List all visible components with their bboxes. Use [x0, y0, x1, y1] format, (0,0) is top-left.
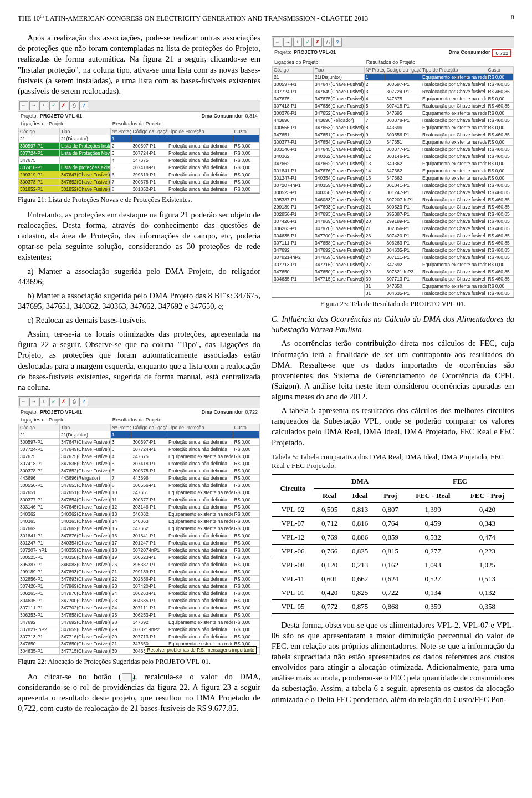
toolbar-btn-0[interactable]: ← [273, 38, 282, 47]
right-cell[interactable] [233, 135, 260, 143]
right-cell[interactable]: 1 [111, 431, 132, 439]
right-cell[interactable]: 347662 [385, 167, 421, 175]
right-cell[interactable]: 300377-P1 [131, 496, 167, 504]
right-cell[interactable]: 300378-P1 [131, 179, 167, 186]
left-cell[interactable]: 21(Disjuntor) [60, 431, 110, 439]
right-cell[interactable]: 22 [111, 576, 132, 583]
toolbar-btn-5[interactable]: ⎙ [323, 38, 332, 47]
left-cell[interactable]: 443696 [19, 475, 60, 482]
right-cell[interactable]: 19 [365, 211, 386, 218]
left-cell[interactable]: 21 [19, 135, 60, 143]
right-cell[interactable]: R$ 460,85 [487, 131, 514, 139]
left-cell[interactable]: 347675 [19, 157, 60, 164]
right-cell[interactable]: Equipamento existente na rede [421, 160, 487, 167]
right-cell[interactable]: R$ 0,00 [233, 590, 260, 597]
right-cell[interactable]: 300597-P1 [385, 81, 421, 88]
right-cell[interactable]: Equipamento existente na rede [421, 139, 487, 146]
left-cell[interactable]: 347659(Chave Fusível) [314, 254, 364, 261]
right-cell[interactable]: 14 [111, 518, 132, 525]
right-cell[interactable]: R$ 0,00 [233, 626, 260, 633]
left-cell[interactable]: 347692 [273, 247, 314, 254]
right-cell[interactable]: R$ 0,00 [233, 525, 260, 532]
left-cell[interactable]: 347647(Chave Fusível) [60, 171, 110, 179]
right-cell[interactable]: R$ 0,00 [233, 561, 260, 568]
left-cell[interactable]: Lista de Proteções Instaladas [60, 143, 110, 150]
toolbar-btn-1[interactable]: → [29, 398, 38, 406]
right-cell[interactable]: 302856-P1 [385, 225, 421, 232]
right-cell[interactable]: R$ 0,00 [233, 157, 260, 164]
right-cell[interactable]: R$ 0,00 [233, 597, 260, 604]
left-cell[interactable]: 299189-P1 [19, 568, 60, 576]
right-cell[interactable]: 31 [365, 283, 386, 290]
left-cell[interactable]: 347676(Chave Fusível) [60, 532, 110, 540]
left-cell[interactable]: 347702(Chave Fusível) [60, 604, 110, 612]
right-cell[interactable]: 15 [111, 525, 132, 532]
right-cell[interactable]: 23 [111, 597, 132, 604]
left-cell[interactable]: 304635-P1 [273, 232, 314, 240]
right-cell[interactable]: Proteção ainda não definida [167, 561, 233, 568]
right-cell[interactable]: 443696 [385, 124, 421, 131]
right-cell[interactable]: 300378-P1 [385, 117, 421, 124]
right-cell[interactable]: 1 [111, 135, 132, 143]
right-cell[interactable]: 31 [365, 290, 386, 297]
left-cell[interactable]: 347675 [273, 95, 314, 103]
right-cell[interactable]: 300523-P1 [385, 204, 421, 211]
left-cell[interactable] [60, 157, 110, 164]
right-cell[interactable]: Equipamento existente na rede [421, 175, 487, 182]
left-cell[interactable]: 347970(Chave Fusível) [60, 590, 110, 597]
right-cell[interactable]: Realocação por Chave fusível 347645 [421, 153, 487, 160]
right-cell[interactable]: Realocação por Chave fusível 347716 [421, 276, 487, 283]
left-cell[interactable]: 303146-P1 [273, 146, 314, 153]
right-cell[interactable]: Proteção ainda não definida [167, 467, 233, 475]
left-cell[interactable]: 347693(Chave Fusível) [314, 211, 364, 218]
toolbar-btn-0[interactable]: ← [19, 101, 28, 110]
left-cell[interactable]: 307420-P1 [273, 218, 314, 225]
toolbar-btn-6[interactable]: ? [333, 38, 342, 47]
right-cell[interactable]: R$ 0,00 [233, 604, 260, 612]
right-cell[interactable]: Realocação por Chave fusível 347659 [421, 268, 487, 276]
right-cell[interactable]: 23 [111, 583, 132, 590]
left-cell[interactable]: 300597-P1 [19, 143, 60, 150]
left-cell[interactable]: 307724-P1 [273, 88, 314, 95]
left-cell[interactable]: 301852-P1 [19, 186, 60, 193]
left-cell[interactable]: 304635-P1 [19, 597, 60, 604]
left-cell[interactable]: 347662 [19, 525, 60, 532]
left-cell[interactable]: 21 [19, 431, 60, 439]
left-cell[interactable]: 307418-P1 [19, 164, 60, 171]
right-cell[interactable]: 16 [111, 532, 132, 540]
right-cell[interactable]: 307207-InP1 [131, 547, 167, 554]
right-cell[interactable]: R$ 0,00 [233, 583, 260, 590]
left-cell[interactable]: 307821-InP2 [19, 626, 60, 633]
left-cell[interactable]: 347649(Chave Fusível) [60, 446, 110, 453]
right-cell[interactable]: 306253-P1 [131, 612, 167, 619]
right-cell[interactable]: 307111-P1 [131, 604, 167, 612]
left-cell[interactable]: 347970(Chave Fusível) [314, 225, 364, 232]
right-cell[interactable]: 12 [365, 153, 386, 160]
left-cell[interactable]: 346083(Chave Fusível) [314, 196, 364, 204]
right-cell[interactable]: 5 [111, 164, 132, 171]
left-cell[interactable]: 347653(Chave Fusível) [60, 482, 110, 489]
right-cell[interactable]: 307713-P1 [385, 276, 421, 283]
left-cell[interactable]: 443696 [273, 117, 314, 124]
right-cell[interactable]: R$ 460,85 [487, 276, 514, 283]
right-cell[interactable]: 13 [365, 160, 386, 167]
left-cell[interactable]: 347716(Chave Fusível) [60, 633, 110, 641]
right-cell[interactable]: 6 [111, 467, 132, 475]
right-cell[interactable]: 8 [111, 482, 132, 489]
toolbar-btn-2[interactable]: + [39, 398, 48, 406]
right-cell[interactable]: 300377-P1 [385, 146, 421, 153]
right-cell[interactable]: R$ 460,85 [487, 240, 514, 247]
right-cell[interactable]: 300597-P1 [131, 439, 167, 446]
toolbar-btn-5[interactable]: ⎙ [69, 101, 78, 110]
right-cell[interactable]: R$ 460,85 [487, 81, 514, 88]
right-cell[interactable]: Proteção ainda não definida [167, 504, 233, 511]
right-cell[interactable]: 301247-P1 [385, 189, 421, 196]
right-cell[interactable]: 18 [111, 547, 132, 554]
left-cell[interactable]: 347969(Chave Fusível) [60, 583, 110, 590]
right-cell[interactable]: 29 [365, 268, 386, 276]
left-cell[interactable]: 340363(Chave Fusível) [60, 518, 110, 525]
right-cell[interactable]: R$ 460,85 [487, 196, 514, 204]
right-cell[interactable]: 307420-P1 [385, 232, 421, 240]
left-cell[interactable]: 347675(Chave Fusível) [60, 453, 110, 460]
right-cell[interactable]: R$ 0,00 [233, 186, 260, 193]
